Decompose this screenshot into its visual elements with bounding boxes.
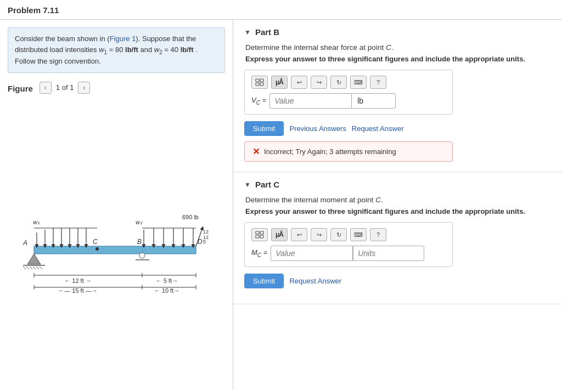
keyboard-button-b[interactable]: ⌨: [350, 76, 367, 89]
part-c-input-row: MC =: [251, 246, 446, 261]
part-b-actions: Submit Previous Answers Request Answer: [244, 121, 551, 136]
part-b-error-box: ✕ Incorrect; Try Again; 3 attempts remai…: [244, 141, 453, 162]
part-b-toolbar: μÅ ↩ ↪ ↻ ⌨ ?: [251, 76, 446, 89]
next-figure-button[interactable]: ›: [78, 82, 90, 94]
part-c-answer-box: μÅ ↩ ↪ ↻ ⌨ ? MC =: [244, 222, 453, 267]
mu-button-c[interactable]: μÅ: [271, 228, 288, 241]
part-c-toolbar: μÅ ↩ ↪ ↻ ⌨ ?: [251, 228, 446, 241]
svg-text:←— 15 ft —→: ←— 15 ft —→: [58, 287, 98, 293]
part-c-unit-input[interactable]: [353, 246, 424, 261]
svg-line-6: [33, 266, 36, 269]
part-c-input-label: MC =: [251, 248, 267, 258]
beam-figure: C B D A w₁: [8, 105, 225, 382]
redo-button-b[interactable]: ↪: [311, 76, 327, 89]
svg-text:w₂: w₂: [136, 219, 143, 225]
svg-text:← 5 ft→: ← 5 ft→: [156, 277, 178, 284]
svg-text:w₁: w₁: [33, 219, 40, 225]
svg-line-3: [23, 266, 26, 269]
part-b-request-answer-link[interactable]: Request Answer: [352, 124, 404, 133]
svg-rect-52: [256, 79, 259, 82]
figure-nav: ‹ 1 of 1 ›: [40, 82, 91, 94]
part-c-header[interactable]: ▼ Part C: [244, 180, 551, 189]
refresh-button-c[interactable]: ↻: [330, 228, 347, 241]
svg-text:C: C: [93, 238, 98, 246]
figure-link[interactable]: Figure 1: [110, 35, 136, 43]
part-b-input-label: VC =: [251, 96, 266, 106]
figure-page: 1 of 1: [56, 83, 74, 92]
part-c-request-answer-link[interactable]: Request Answer: [289, 277, 341, 285]
svg-rect-59: [260, 235, 263, 238]
svg-text:690 lb: 690 lb: [182, 214, 199, 220]
svg-line-8: [40, 266, 42, 269]
part-b-prev-answers-link[interactable]: Previous Answers: [289, 124, 346, 133]
part-b-value-input[interactable]: [269, 93, 352, 109]
svg-point-10: [95, 247, 99, 251]
help-button-c[interactable]: ?: [370, 228, 386, 241]
redo-button-c[interactable]: ↪: [311, 228, 327, 241]
part-c-instruction: Express your answer to three significant…: [245, 207, 551, 215]
svg-rect-53: [260, 79, 263, 82]
svg-text:5: 5: [203, 239, 206, 245]
svg-rect-58: [256, 235, 259, 238]
matrix-button-b[interactable]: [251, 76, 268, 89]
svg-line-4: [26, 266, 29, 269]
figure-label: Figure: [8, 84, 33, 93]
problem-description: Consider the beam shown in (Figure 1). S…: [8, 27, 225, 73]
part-c-submit-button[interactable]: Submit: [244, 274, 284, 288]
svg-point-12: [139, 253, 145, 258]
svg-rect-56: [256, 231, 259, 234]
part-b-question: Determine the internal shear force at po…: [245, 43, 551, 52]
part-b-instruction: Express your answer to three significant…: [245, 55, 551, 63]
svg-text:← 10 ft→: ← 10 ft→: [154, 287, 179, 293]
part-b-section: ▼ Part B Determine the internal shear fo…: [233, 20, 562, 172]
svg-text:A: A: [23, 239, 27, 247]
part-b-title: Part B: [255, 27, 279, 37]
part-c-title: Part C: [255, 180, 279, 189]
svg-rect-54: [256, 83, 259, 86]
part-b-collapse-icon: ▼: [244, 29, 251, 36]
part-b-answer-box: μÅ ↩ ↪ ↻ ⌨ ? VC = lb: [244, 70, 453, 115]
svg-rect-57: [260, 231, 263, 234]
part-c-actions: Submit Request Answer: [244, 274, 551, 288]
matrix-button-c[interactable]: [251, 228, 268, 241]
part-c-section: ▼ Part C Determine the internal moment a…: [233, 172, 562, 304]
help-button-b[interactable]: ?: [370, 76, 386, 89]
part-b-input-row: VC = lb: [251, 93, 446, 109]
part-b-submit-button[interactable]: Submit: [244, 121, 284, 136]
svg-line-5: [30, 266, 32, 269]
svg-marker-1: [27, 254, 41, 264]
part-b-error-message: Incorrect; Try Again; 3 attempts remaini…: [264, 147, 396, 156]
svg-rect-55: [260, 83, 263, 86]
svg-text:B: B: [137, 238, 142, 246]
undo-button-c[interactable]: ↩: [291, 228, 307, 241]
svg-text:← 12 ft →: ← 12 ft →: [64, 277, 92, 284]
page-title: Problem 7.11: [0, 0, 562, 20]
undo-button-b[interactable]: ↩: [291, 76, 307, 89]
part-b-header[interactable]: ▼ Part B: [244, 27, 551, 37]
mu-button-b[interactable]: μÅ: [271, 76, 288, 89]
part-c-value-input[interactable]: [271, 246, 353, 261]
svg-text:12: 12: [203, 229, 209, 235]
error-icon: ✕: [252, 146, 260, 157]
right-panel: ▼ Part B Determine the internal shear fo…: [233, 20, 562, 390]
part-c-question: Determine the internal moment at point C…: [245, 196, 551, 204]
svg-line-7: [36, 266, 39, 269]
part-b-unit-display: lb: [352, 93, 396, 109]
svg-rect-0: [34, 246, 196, 254]
keyboard-button-c[interactable]: ⌨: [350, 228, 367, 241]
prev-figure-button[interactable]: ‹: [40, 82, 52, 94]
refresh-button-b[interactable]: ↻: [330, 76, 347, 89]
part-c-collapse-icon: ▼: [244, 181, 251, 189]
left-panel: Consider the beam shown in (Figure 1). S…: [0, 20, 233, 390]
